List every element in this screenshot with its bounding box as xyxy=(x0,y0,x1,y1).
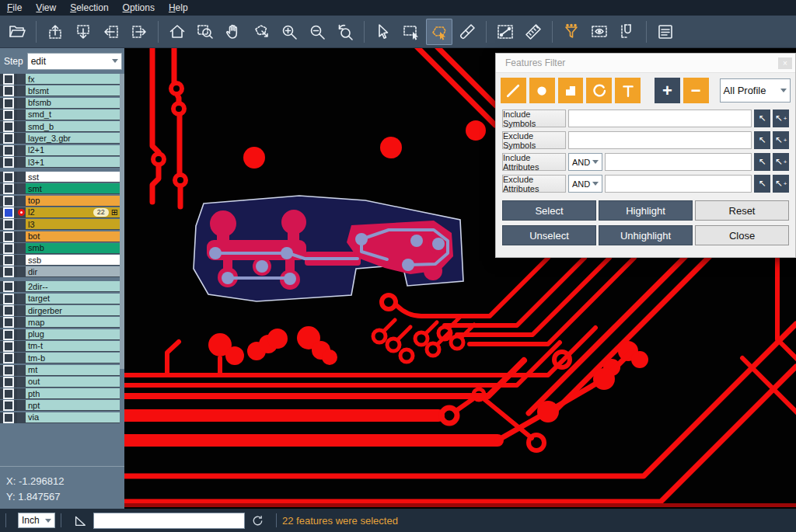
layer-name[interactable]: sst xyxy=(26,172,120,183)
snap-button[interactable] xyxy=(614,19,641,45)
surface-filter-button[interactable] xyxy=(558,78,584,103)
unhighlight-button[interactable]: Unhighlight xyxy=(599,225,693,245)
layer-name[interactable]: via xyxy=(26,412,120,423)
layer-name[interactable]: bfsmt xyxy=(26,85,120,96)
layer-name[interactable]: l222⊞ xyxy=(26,207,120,218)
layer-visibility-checkbox[interactable] xyxy=(0,133,17,144)
active-layer-indicator[interactable] xyxy=(17,243,26,254)
layer-visibility-checkbox[interactable] xyxy=(0,121,17,132)
pick-arrow-button[interactable]: ↖ xyxy=(754,153,770,171)
layer-visibility-checkbox[interactable] xyxy=(0,85,17,96)
line-filter-button[interactable] xyxy=(501,78,526,103)
clear-brush-button[interactable] xyxy=(454,19,480,45)
nudge-right-button[interactable] xyxy=(126,19,152,45)
command-input[interactable] xyxy=(93,513,245,529)
active-layer-indicator[interactable] xyxy=(17,377,26,388)
active-layer-indicator[interactable] xyxy=(17,172,26,183)
zoom-out-button[interactable] xyxy=(304,19,330,45)
include-attributes-input[interactable] xyxy=(605,153,752,171)
polygon-select-button[interactable] xyxy=(426,19,452,45)
layer-visibility-checkbox[interactable] xyxy=(0,353,17,363)
sync-icon[interactable] xyxy=(251,514,264,527)
text-filter-button[interactable] xyxy=(615,78,641,103)
layer-visibility-checkbox[interactable] xyxy=(0,231,17,242)
pick-arrow-button[interactable]: ↖ xyxy=(754,131,770,149)
nudge-up-button[interactable] xyxy=(42,19,68,45)
layer-name[interactable]: out xyxy=(26,377,120,388)
include-symbols-input[interactable] xyxy=(568,110,752,127)
layer-visibility-checkbox[interactable] xyxy=(0,255,17,266)
layer-visibility-checkbox[interactable] xyxy=(0,294,17,304)
nudge-down-button[interactable] xyxy=(70,19,96,45)
layer-visibility-checkbox[interactable] xyxy=(0,400,17,411)
reset-button[interactable]: Reset xyxy=(695,200,789,221)
include-attributes-button[interactable]: Include Attributes xyxy=(502,153,566,171)
rectangle-select-button[interactable] xyxy=(398,19,424,45)
layer-visibility-checkbox[interactable] xyxy=(0,281,17,292)
remove-mode-button[interactable]: − xyxy=(683,78,709,103)
layer-visibility-checkbox[interactable] xyxy=(0,243,17,254)
menu-view[interactable]: View xyxy=(29,0,63,16)
layer-name[interactable]: layer_3.gbr xyxy=(26,133,120,144)
active-layer-indicator[interactable] xyxy=(17,281,26,292)
pick-arrow-add-button[interactable]: ↖+ xyxy=(773,131,789,149)
active-layer-indicator[interactable] xyxy=(17,231,26,242)
layer-visibility-checkbox[interactable] xyxy=(0,110,17,120)
active-layer-indicator[interactable] xyxy=(17,365,26,376)
layer-visibility-checkbox[interactable] xyxy=(0,183,17,194)
measure-ruler-button[interactable] xyxy=(520,19,546,45)
layer-name[interactable]: l3 xyxy=(26,219,120,230)
pan-hand-button[interactable] xyxy=(220,19,246,45)
layer-visibility-checkbox[interactable] xyxy=(0,74,17,85)
layer-name[interactable]: map xyxy=(26,317,120,328)
menu-help[interactable]: Help xyxy=(162,0,195,16)
layer-name[interactable]: bot xyxy=(26,231,120,242)
layer-name[interactable]: npt xyxy=(26,400,120,411)
exclude-symbols-input[interactable] xyxy=(568,131,752,149)
layer-visibility-checkbox[interactable] xyxy=(0,377,17,388)
active-layer-indicator[interactable] xyxy=(17,207,26,218)
menu-file[interactable]: File xyxy=(0,0,29,16)
exclude-symbols-button[interactable]: Exclude Symbols xyxy=(502,131,566,149)
layer-name[interactable]: smd_t xyxy=(26,110,120,120)
active-layer-indicator[interactable] xyxy=(17,85,26,96)
highlight-button[interactable]: Highlight xyxy=(599,200,693,221)
grid-icon[interactable]: ⊞ xyxy=(111,207,118,217)
layer-visibility-checkbox[interactable] xyxy=(0,266,17,277)
active-layer-indicator[interactable] xyxy=(17,74,26,85)
active-layer-indicator[interactable] xyxy=(17,196,26,207)
layer-name[interactable]: top xyxy=(26,196,120,207)
layer-visibility-checkbox[interactable] xyxy=(0,172,17,183)
home-view-button[interactable] xyxy=(164,19,190,45)
active-layer-indicator[interactable] xyxy=(17,183,26,194)
active-layer-indicator[interactable] xyxy=(17,305,26,316)
pointer-select-button[interactable] xyxy=(370,19,396,45)
active-layer-indicator[interactable] xyxy=(17,145,26,156)
active-layer-indicator[interactable] xyxy=(17,294,26,304)
active-layer-indicator[interactable] xyxy=(17,110,26,120)
active-layer-indicator[interactable] xyxy=(17,121,26,132)
menu-options[interactable]: Options xyxy=(116,0,162,16)
close-icon[interactable]: × xyxy=(778,57,792,69)
exclude-attributes-input[interactable] xyxy=(605,175,752,193)
layer-name[interactable]: tm-t xyxy=(26,341,120,352)
layer-name[interactable]: target xyxy=(26,294,120,304)
units-select[interactable]: Inch xyxy=(18,513,55,528)
layer-name[interactable]: dir xyxy=(26,266,120,277)
layer-name[interactable]: mt xyxy=(26,365,120,376)
pad-filter-button[interactable] xyxy=(529,78,555,103)
active-layer-indicator[interactable] xyxy=(17,317,26,328)
active-layer-indicator[interactable] xyxy=(17,388,26,399)
layer-name[interactable]: fx xyxy=(26,74,120,85)
active-layer-indicator[interactable] xyxy=(17,98,26,109)
active-layer-indicator[interactable] xyxy=(17,219,26,230)
zoom-window-button[interactable] xyxy=(192,19,218,45)
layer-name[interactable]: ssb xyxy=(26,255,120,266)
layer-visibility-checkbox[interactable] xyxy=(0,341,17,352)
exclude-attributes-button[interactable]: Exclude Attributes xyxy=(502,175,566,193)
active-layer-indicator[interactable] xyxy=(17,133,26,144)
include-symbols-button[interactable]: Include Symbols xyxy=(502,110,566,127)
active-layer-indicator[interactable] xyxy=(17,400,26,411)
layer-visibility-checkbox[interactable] xyxy=(0,207,17,218)
active-layer-indicator[interactable] xyxy=(17,341,26,352)
